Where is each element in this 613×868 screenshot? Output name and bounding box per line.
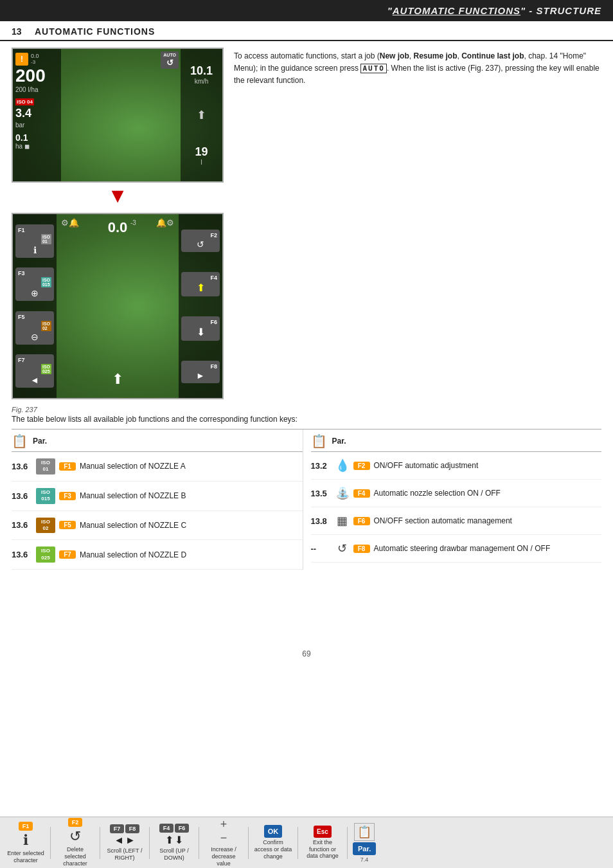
func-btn-f4: F4 ⬆ bbox=[181, 272, 220, 296]
book-icon: 📋 bbox=[354, 823, 375, 841]
table-right-icon: 📋 bbox=[311, 433, 327, 449]
func-center-value: 0.0 bbox=[108, 219, 128, 236]
table-row: 13.6 ISO015 F3 Manual selection of NOZZL… bbox=[12, 482, 303, 511]
info-icon-bb: ℹ bbox=[23, 832, 28, 849]
func-left-panel: F1 ISO01 ℹ F3 ISO015 ⊕ F5 ISO02 ⊖ bbox=[13, 214, 57, 398]
nozzle-icon: ⛲ bbox=[335, 486, 350, 500]
f4-key: F4 bbox=[159, 824, 173, 833]
red-arrow: ▼ bbox=[12, 184, 224, 208]
func-top-left-icons: ⚙🔔 bbox=[61, 218, 79, 228]
page-header: "AUTOMATIC FUNCTIONS" - STRUCTURE bbox=[0, 0, 613, 21]
func-right-panel: F2 ↺ F4 ⬆ F6 ⬇ F8 ► bbox=[179, 214, 222, 398]
ud-arrows: ⬆⬇ bbox=[165, 834, 183, 846]
top-area: ! 0.0-3 200 200 l/ha ISO 04 3.4 bar 0.1 … bbox=[12, 48, 601, 399]
par-number: 7.4 bbox=[360, 856, 369, 863]
section-title: AUTOMATIC FUNCTIONS bbox=[35, 26, 155, 37]
table-right-header: 📋 Par. bbox=[311, 429, 602, 452]
f7-key: F7 bbox=[110, 824, 124, 833]
table-left-par-label: Par. bbox=[33, 437, 47, 446]
table-row: 13.8 ▦ F6 ON/OFF section automatic manag… bbox=[311, 507, 602, 535]
bb-label-inc-dec: Increase / decrease value bbox=[204, 846, 243, 867]
left-panel: ! 0.0-3 200 200 l/ha ISO 04 3.4 bar 0.1 … bbox=[13, 49, 61, 181]
droplet-icon: 💧 bbox=[335, 458, 350, 473]
func-btn-f6: F6 ⬇ bbox=[181, 316, 220, 341]
table-row: 13.6 ISO02 F5 Manual selection of NOZZLE… bbox=[12, 511, 303, 541]
main-screen: ! 0.0-3 200 200 l/ha ISO 04 3.4 bar 0.1 … bbox=[12, 48, 224, 183]
medium-number: 3.4 bbox=[15, 107, 58, 120]
table-area: 📋 Par. 13.6 ISO01 F1 Manual selection of… bbox=[12, 429, 601, 570]
bb-label-scroll-ud: Scroll (UP / DOWN) bbox=[155, 847, 193, 862]
big-sub: 200 l/ha bbox=[15, 86, 58, 93]
bb-item-scroll-lr: F7 F8 ◄► Scroll (LEFT / RIGHT) bbox=[105, 824, 144, 862]
esc-key: Esc bbox=[314, 826, 332, 838]
table-right-par-label: Par. bbox=[332, 437, 346, 446]
table-row: -- ↺ F8 Automatic steering drawbar manag… bbox=[311, 535, 602, 563]
ok-key: OK bbox=[264, 825, 283, 838]
plus-minus-icon: +− bbox=[220, 818, 227, 845]
func-btn-f2: F2 ↺ bbox=[181, 230, 220, 252]
bb-item-inc-dec: +− Increase / decrease value bbox=[204, 818, 243, 867]
right-panel: 10.1 km/h ⬆ 19 l bbox=[181, 49, 222, 181]
section-title-bar: 13 AUTOMATIC FUNCTIONS bbox=[0, 21, 613, 41]
func-screen: F1 ISO01 ℹ F3 ISO015 ⊕ F5 ISO02 ⊖ bbox=[12, 213, 224, 399]
func-btn-f1: F1 ISO01 ℹ bbox=[15, 224, 54, 258]
func-center-sub: -3 bbox=[130, 219, 136, 226]
bb-item-scroll-ud: F4 F6 ⬆⬇ Scroll (UP / DOWN) bbox=[155, 824, 193, 862]
section-number: 13 bbox=[12, 26, 27, 37]
steering-icon: ↺ bbox=[335, 541, 350, 556]
table-row: 13.5 ⛲ F4 Automatic nozzle selection ON … bbox=[311, 480, 602, 507]
bb-item-ok: OK Confirm access or data change bbox=[254, 825, 292, 860]
header-title: "AUTOMATIC FUNCTIONS" - STRUCTURE bbox=[387, 5, 601, 16]
section-icon: ▦ bbox=[335, 514, 350, 528]
page-number: 69 bbox=[12, 647, 601, 662]
bb-item-par: 📋 Par. 7.4 bbox=[353, 823, 376, 863]
description-text: To access automatic functions, start a j… bbox=[234, 48, 601, 399]
func-btn-f7: F7 ISO025 ◄ bbox=[15, 354, 54, 388]
bb-item-f1: F1 ℹ Enter selected character bbox=[6, 822, 45, 864]
table-row: 13.6 ISO01 F1 Manual selection of NOZZLE… bbox=[12, 452, 303, 482]
f6-key: F6 bbox=[175, 824, 189, 833]
bb-item-esc: Esc Exit the function or data change bbox=[303, 826, 342, 860]
delete-icon-bb: ↺ bbox=[69, 828, 81, 845]
iso-badge-main: ISO 04 bbox=[15, 98, 34, 105]
fig-desc: The table below lists all available job … bbox=[12, 415, 601, 424]
f2-key: F2 bbox=[68, 818, 82, 827]
fig-label: Fig. 237 bbox=[12, 406, 601, 413]
auto-button: AUTO ↺ bbox=[161, 51, 179, 69]
warn-icon: ! bbox=[15, 53, 28, 66]
table-row: 13.2 💧 F2 ON/OFF automatic adjustment bbox=[311, 452, 602, 480]
table-left: 📋 Par. 13.6 ISO01 F1 Manual selection of… bbox=[12, 429, 303, 570]
table-left-icon: 📋 bbox=[12, 433, 28, 449]
func-top-right-icons: 🔔⚙ bbox=[156, 218, 174, 228]
lr-arrows: ◄► bbox=[114, 835, 136, 846]
f8-key: F8 bbox=[125, 824, 139, 833]
bb-item-f2: F2 ↺ Delete selected character bbox=[56, 818, 94, 867]
bb-label-scroll-lr: Scroll (LEFT / RIGHT) bbox=[105, 847, 144, 862]
bb-label-f1: Enter selected character bbox=[6, 850, 45, 864]
bottom-bar: F1 ℹ Enter selected character F2 ↺ Delet… bbox=[0, 817, 613, 868]
func-btn-f8: F8 ► bbox=[181, 361, 220, 383]
screenshot-container: ! 0.0-3 200 200 l/ha ISO 04 3.4 bar 0.1 … bbox=[12, 48, 224, 399]
f1-key: F1 bbox=[19, 822, 33, 831]
func-btn-f5: F5 ISO02 ⊖ bbox=[15, 311, 54, 345]
bb-label-ok: Confirm access or data change bbox=[254, 839, 292, 860]
big-number: 200 bbox=[15, 67, 58, 85]
table-row: 13.6 ISO025 F7 Manual selection of NOZZL… bbox=[12, 540, 303, 570]
table-left-header: 📋 Par. bbox=[12, 429, 303, 452]
bb-label-f2: Delete selected character bbox=[56, 846, 94, 867]
bb-label-esc: Exit the function or data change bbox=[303, 839, 342, 860]
table-right: 📋 Par. 13.2 💧 F2 ON/OFF automatic adjust… bbox=[303, 429, 602, 570]
func-bottom-icon: ⬆ bbox=[112, 371, 123, 388]
func-btn-f3: F3 ISO015 ⊕ bbox=[15, 267, 54, 301]
par-badge: Par. bbox=[353, 842, 376, 855]
